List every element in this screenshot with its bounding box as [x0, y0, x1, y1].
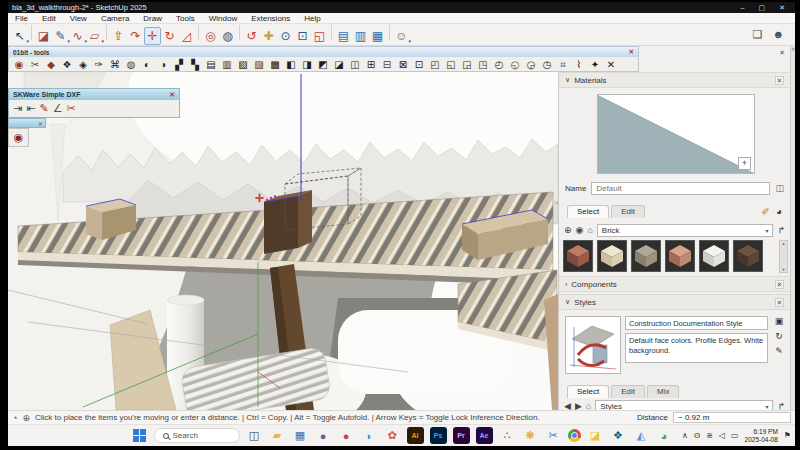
app-dark-folder-icon[interactable]: ◪ [587, 427, 604, 444]
moving-box[interactable] [264, 190, 312, 254]
vscode-icon[interactable]: ◗ [361, 427, 378, 444]
task-view-icon[interactable]: ◫ [246, 427, 263, 444]
move-tool-icon[interactable]: ✛ [144, 27, 161, 45]
monitor-icon[interactable]: ▣ [775, 316, 784, 326]
plugin-tool-13-icon[interactable]: ▤ [203, 59, 219, 70]
plugin-tool-16-icon[interactable]: ▨ [251, 59, 267, 70]
components-header[interactable]: › Components ✕ [559, 276, 790, 292]
dropdown-arrow-icon[interactable]: ▾ [101, 38, 104, 44]
style-name-field[interactable]: Construction Documentation Style [625, 316, 768, 330]
plugin-tool-28-icon[interactable]: ◱ [443, 59, 459, 70]
menu-help[interactable]: Help [297, 14, 327, 23]
chevron-down-icon[interactable]: ∨ [565, 76, 570, 84]
plugin-tool-14-icon[interactable]: ▥ [219, 59, 235, 70]
chevron-right-icon[interactable]: › [565, 281, 567, 288]
taskbar-search[interactable]: Search [154, 428, 240, 443]
adobe-illustrator-icon[interactable]: Ai [407, 427, 424, 444]
followme-tool-icon[interactable]: ↷ [127, 27, 144, 45]
material-swatch-brick-rough-red[interactable] [563, 240, 593, 272]
plugin-tool-20-icon[interactable]: ◩ [315, 59, 331, 70]
plugin-tool-12-icon[interactable]: ▚ [187, 59, 203, 70]
plugin-tool-9-icon[interactable]: ◐ [139, 59, 155, 70]
scroll-up-icon[interactable]: ▲ [782, 241, 786, 246]
styles-close-icon[interactable]: ✕ [775, 298, 784, 307]
zoom-window-icon[interactable]: ⊡ [294, 27, 311, 45]
angle-tool-icon[interactable]: ∠ [53, 102, 63, 115]
create-material-button[interactable]: + [738, 157, 751, 170]
file-explorer-icon[interactable]: ▰ [269, 427, 286, 444]
chevron-down-icon[interactable]: ∨ [565, 298, 570, 306]
scroll-down-icon[interactable]: ▼ [782, 267, 786, 272]
plugin-tool-11-icon[interactable]: ▞ [171, 59, 187, 70]
plugin-tool-6-icon[interactable]: ✑ [91, 59, 107, 70]
distance-input[interactable]: ~ 0.92 m [673, 412, 791, 423]
zoom-tool-icon[interactable]: ⊙ [277, 27, 294, 45]
plugin-tool-32-icon[interactable]: ◵ [507, 59, 523, 70]
dxf-toolbar-close-icon[interactable]: ✕ [169, 91, 175, 99]
plugin-tool-15-icon[interactable]: ▧ [235, 59, 251, 70]
geolocation-icon[interactable]: ◔ [12, 413, 17, 423]
start-button[interactable] [131, 427, 148, 444]
viewport-3d[interactable]: ✛ SKWare Simple DXF ✕ ⇥⇤✎∠✂ ✕ ◉ [8, 72, 558, 410]
plugin-tool-2-icon[interactable]: ✂ [27, 59, 43, 70]
microphone-icon[interactable]: ʘ [694, 431, 700, 440]
materials-close-icon[interactable]: ✕ [775, 76, 784, 85]
plugin-tool-5-icon[interactable]: ◈ [75, 59, 91, 70]
tray-chevron-icon[interactable]: ∧ [682, 431, 688, 440]
new-document-icon[interactable]: ❏ [753, 28, 763, 41]
plugin-tool-25-icon[interactable]: ⊠ [395, 59, 411, 70]
battery-icon[interactable]: ▭ [731, 431, 739, 440]
dropdown-arrow-icon[interactable]: ▾ [408, 38, 411, 44]
app-caliper-icon[interactable]: ✂ [545, 427, 562, 444]
plugin-tool-7-icon[interactable]: ⌘ [107, 59, 123, 70]
material-swatch-brick-cream[interactable] [597, 240, 627, 272]
material-swatch-brick-pink[interactable] [665, 240, 695, 272]
red-pencil-icon[interactable]: ✎ [39, 102, 48, 115]
materials-header[interactable]: ∨ Materials ✕ [559, 72, 790, 88]
plugin-tool-35-icon[interactable]: ⌗ [555, 59, 571, 71]
material-collection-dropdown[interactable]: Brick ▾ [597, 224, 774, 237]
plugin-tool-30-icon[interactable]: ◳ [475, 59, 491, 70]
menu-edit[interactable]: Edit [35, 14, 63, 23]
sign-in-icon[interactable]: ☻ [772, 28, 784, 41]
mini-toolbar-close-icon[interactable]: ✕ [38, 120, 43, 127]
styles-tab-select[interactable]: Select [567, 385, 609, 398]
menu-file[interactable]: File [8, 14, 35, 23]
select-tool-icon[interactable]: ↖▾ [11, 27, 28, 45]
plugin-tool-26-icon[interactable]: ⊡ [411, 59, 427, 70]
wifi-icon[interactable]: ≋ [706, 431, 713, 440]
materials-tab-edit[interactable]: Edit [611, 205, 645, 218]
minimize-button[interactable]: – [741, 4, 745, 12]
menu-extensions[interactable]: Extensions [244, 14, 297, 23]
taskbar-clock[interactable]: 6:19 PM 2025-04-08 [745, 428, 778, 443]
close-button[interactable]: ✕ [779, 4, 785, 12]
styles-tab-mix[interactable]: Mix [647, 385, 679, 398]
notification-icon[interactable]: ⚑ [784, 431, 791, 440]
materials-tab-select[interactable]: Select [567, 205, 609, 218]
plugin-tool-23-icon[interactable]: ⊞ [363, 59, 379, 70]
crosshair-icon[interactable]: ⊕ [22, 413, 30, 423]
zoom-extents-icon[interactable]: ◱ [311, 27, 328, 45]
paint-bucket-tool-icon[interactable]: ◍ [219, 27, 236, 45]
menu-draw[interactable]: Draw [136, 14, 169, 23]
material-swatch-brick-dark-brown[interactable] [733, 240, 763, 272]
duplicate-icon[interactable]: ◫ [775, 183, 784, 193]
dxf-import-icon[interactable]: ⇥ [13, 102, 22, 115]
material-swatch-brick-white[interactable] [699, 240, 729, 272]
chrome-icon[interactable] [568, 429, 581, 442]
edge-browser-icon[interactable]: ◕ [656, 427, 673, 444]
menu-tools[interactable]: Tools [169, 14, 202, 23]
rotate-tool-icon[interactable]: ↻ [161, 27, 178, 45]
plugin-tool-10-icon[interactable]: ◑ [155, 59, 171, 70]
app-purple-icon[interactable]: ● [315, 427, 332, 444]
plugin-toolbar-titlebar[interactable]: 01bit - tools ✕ [9, 47, 638, 57]
components-close-icon[interactable]: ✕ [775, 280, 784, 289]
plugin-tool-24-icon[interactable]: ⊟ [379, 59, 395, 70]
material-swatch-brick-tan-gray[interactable] [631, 240, 661, 272]
style-thumbnail[interactable] [565, 316, 621, 374]
plugin-tool-31-icon[interactable]: ◴ [491, 59, 507, 70]
sketchup-app-icon[interactable]: ❖ [610, 427, 627, 444]
plugin-tool-3-icon[interactable]: ◆ [43, 59, 59, 70]
plugin-tool-27-icon[interactable]: ◰ [427, 59, 443, 70]
section-display-icon[interactable]: ▦ [369, 27, 386, 45]
